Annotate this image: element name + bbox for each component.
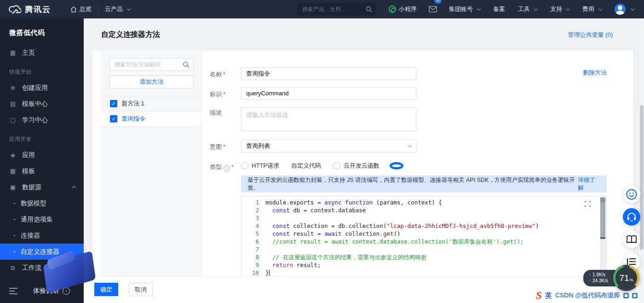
type-option-自定义代码[interactable]: 自定义代码 xyxy=(291,162,321,170)
search-icon[interactable] xyxy=(183,61,190,68)
sidebar-item-创建应用[interactable]: ⊕创建应用 xyxy=(0,80,84,96)
fullscreen-icon[interactable] xyxy=(585,201,591,207)
code-line[interactable]: 8 // 在这里返回这个方法的结果，需要与出参定义的结构映射 xyxy=(242,253,606,261)
line-number: 8 xyxy=(242,253,265,261)
headset-icon xyxy=(626,211,637,222)
search-icon[interactable] xyxy=(366,6,372,12)
nav-overview[interactable]: 总览 xyxy=(64,0,98,18)
nav-menu-费用[interactable]: 费用 xyxy=(576,0,608,18)
book-icon xyxy=(626,235,637,244)
connector-method-card: 搜索方法/方法标识 添加方法 ✓新方法 1✓查询指令 删除方法 名称* 查询指令… xyxy=(92,49,634,295)
sidebar-item-数据源[interactable]: ▣数据源 xyxy=(0,179,84,195)
csdn-badge-icon xyxy=(623,293,629,298)
method-row-查询指令[interactable]: ✓查询指令 xyxy=(101,111,201,127)
type-option-HTTP请求[interactable]: HTTP请求 xyxy=(241,162,279,170)
code-line[interactable]: 1module.exports = async function (params… xyxy=(242,198,606,206)
chevron-down-icon xyxy=(477,6,481,10)
main-content: 自定义连接器方法 管理公共变量 (0) 搜索方法/方法标识 添加方法 ✓新方法 … xyxy=(84,18,644,303)
sidebar-item-主页[interactable]: ▦主页 xyxy=(0,45,84,61)
add-method-button[interactable]: 添加方法 xyxy=(109,76,194,88)
code-line[interactable]: 7 xyxy=(242,245,606,253)
nav-account[interactable] xyxy=(608,0,644,18)
code-line[interactable]: 4 const collection = db.collection("lcap… xyxy=(242,222,606,230)
brand-name: 腾讯云 xyxy=(25,4,51,15)
miniprogram-icon xyxy=(389,6,396,13)
type-radio-group: HTTP请求自定义代码云开发云函数 xyxy=(241,162,380,170)
nav-menu-工具[interactable]: 工具 xyxy=(512,0,544,18)
page-title: 自定义连接器方法 xyxy=(101,30,160,40)
method-search-input[interactable]: 搜索方法/方法标识 xyxy=(109,58,194,71)
confirm-button[interactable]: 确定 xyxy=(94,283,118,296)
checkbox-checked-icon[interactable]: ✓ xyxy=(110,115,117,122)
gauge-value: 71 xyxy=(619,273,629,283)
sidebar-item-数据模型[interactable]: 数据模型 xyxy=(0,195,84,211)
page-scrollbar-thumb[interactable] xyxy=(640,105,644,250)
sidebar-item-连接器[interactable]: 连接器 xyxy=(0,227,84,244)
watermark-text: CSDN @低代码布道师 xyxy=(555,291,620,300)
info-icon[interactable]: i xyxy=(224,165,230,172)
sidebar-item-应用[interactable]: ◈应用 xyxy=(0,147,84,163)
sidebar-item-学习中心[interactable]: ▢学习中心 xyxy=(0,112,84,128)
chevron-down-icon xyxy=(598,6,602,10)
radio-selected-icon[interactable] xyxy=(390,162,403,169)
name-label: 名称* xyxy=(210,70,225,79)
tencent-cloud-logo[interactable]: 腾讯云 xyxy=(0,4,64,15)
line-number: 7 xyxy=(242,245,265,253)
template-icon: ▦ xyxy=(9,168,17,175)
sidebar-item-通用选项集[interactable]: 通用选项集 xyxy=(0,211,84,227)
sidebar-nav: ▦主页快速开始⊕创建应用▤模板中心▢学习中心应用开发◈应用▦模板▣数据源数据模型… xyxy=(0,45,84,276)
nav-messages[interactable]: 6 xyxy=(423,0,443,18)
text-cursor xyxy=(269,270,270,276)
avatar[interactable] xyxy=(615,4,626,15)
delete-method-link[interactable]: 删除方法 xyxy=(583,69,607,77)
sidebar-item-模板中心[interactable]: ▤模板中心 xyxy=(0,96,84,112)
name-field[interactable]: 查询指令 xyxy=(241,67,416,80)
code-line[interactable]: 5 const result = await collection.get() xyxy=(242,230,606,238)
bullet-dot-icon xyxy=(14,251,15,252)
nav-menus: 集团账号备案工具支持费用 xyxy=(443,0,608,18)
nav-menu-备案[interactable]: 备案 xyxy=(487,0,512,18)
chevron-down-icon xyxy=(534,6,538,10)
docs-button[interactable] xyxy=(623,231,640,248)
cloud-logo-icon xyxy=(8,5,21,14)
csdn-badge-icon xyxy=(632,293,638,298)
sidebar-item-模板[interactable]: ▦模板 xyxy=(0,163,84,179)
feedback-button[interactable] xyxy=(623,186,640,203)
intent-label: 意图* xyxy=(210,143,225,151)
support-button[interactable] xyxy=(623,208,640,226)
nav-cloud-products[interactable]: 云产品 xyxy=(98,0,137,18)
nav-miniprogram[interactable]: 小程序 xyxy=(382,0,423,18)
method-row-新方法 1[interactable]: ✓新方法 1 xyxy=(101,96,201,111)
checkbox-checked-icon[interactable]: ✓ xyxy=(110,100,117,107)
cancel-button[interactable]: 取消 xyxy=(129,283,153,296)
learn-more-link[interactable]: 详细了解 xyxy=(578,176,600,192)
code-lines: 1module.exports = async function (params… xyxy=(242,196,606,277)
chevron-down-icon xyxy=(566,6,570,10)
radio-icon[interactable] xyxy=(241,162,248,169)
code-line[interactable]: 6 //const result = await context.databas… xyxy=(242,238,606,245)
code-line[interactable]: 9 return result; xyxy=(242,261,606,269)
manage-shared-vars-link[interactable]: 管理公共变量 (0) xyxy=(568,31,613,39)
radio-icon[interactable] xyxy=(333,162,340,169)
chevron-down-icon xyxy=(127,6,131,10)
network-speed-badge: ↑1.9K/s ↓24.3K/s xyxy=(583,270,617,286)
intent-select[interactable]: 查询列表 xyxy=(241,140,416,152)
line-number: 4 xyxy=(242,222,265,230)
bullet-dot-icon xyxy=(14,219,15,220)
description-field[interactable]: 请输入方法描述 xyxy=(241,107,416,131)
resource-gauge[interactable]: 71 % xyxy=(613,265,639,291)
bullet-dot-icon xyxy=(14,203,15,204)
gauge-unit: % xyxy=(630,278,633,282)
product-search-input[interactable]: 搜索产品、文档... xyxy=(298,3,376,16)
identifier-field[interactable]: queryCommand xyxy=(241,87,416,100)
code-line[interactable]: 3 xyxy=(242,214,606,222)
nav-menu-集团账号[interactable]: 集团账号 xyxy=(443,0,487,18)
type-option-云开发云函数[interactable]: 云开发云函数 xyxy=(333,162,380,170)
code-line[interactable]: 2 const db = context.database xyxy=(242,206,606,214)
code-line[interactable]: 10} xyxy=(242,269,606,277)
nav-menu-支持[interactable]: 支持 xyxy=(544,0,576,18)
bullet-dot-icon xyxy=(14,235,15,236)
editor-scrollbar-thumb[interactable] xyxy=(600,198,605,237)
collapse-sidebar-icon[interactable] xyxy=(9,288,17,294)
line-number: 2 xyxy=(242,206,265,214)
